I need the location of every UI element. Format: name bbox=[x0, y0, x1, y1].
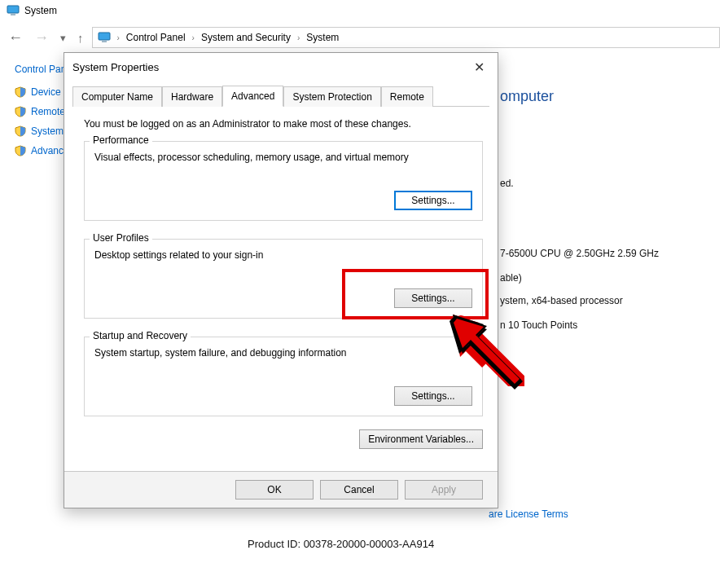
info-text: ystem, x64-based processor bbox=[500, 295, 623, 306]
group-label: Startup and Recovery bbox=[90, 330, 191, 341]
shield-icon bbox=[15, 125, 26, 137]
group-label: User Profiles bbox=[90, 232, 152, 244]
group-performance: Performance Visual effects, processor sc… bbox=[84, 141, 483, 221]
svg-rect-1 bbox=[11, 14, 15, 15]
system-properties-dialog: System Properties ✕ Computer Name Hardwa… bbox=[64, 52, 498, 508]
svg-rect-3 bbox=[102, 41, 107, 42]
performance-settings-button[interactable]: Settings... bbox=[394, 191, 472, 210]
shield-icon bbox=[15, 86, 26, 98]
tabstrip: Computer Name Hardware Advanced System P… bbox=[72, 85, 489, 107]
monitor-icon bbox=[7, 5, 20, 16]
tab-advanced[interactable]: Advanced bbox=[222, 86, 283, 107]
monitor-icon bbox=[98, 32, 111, 43]
chevron-right-icon: › bbox=[117, 33, 120, 42]
group-desc: Desktop settings related to your sign-in bbox=[94, 249, 472, 261]
tab-system-protection[interactable]: System Protection bbox=[283, 86, 380, 107]
address-bar[interactable]: › Control Panel › System and Security › … bbox=[92, 27, 721, 48]
back-icon[interactable]: ← bbox=[8, 29, 23, 46]
dialog-footer: OK Cancel Apply bbox=[64, 471, 498, 508]
info-text: able) bbox=[500, 272, 522, 284]
admin-note: You must be logged on as an Administrato… bbox=[84, 118, 483, 130]
forward-icon[interactable]: → bbox=[34, 29, 49, 46]
chevron-right-icon: › bbox=[297, 33, 300, 42]
dialog-body: You must be logged on as an Administrato… bbox=[64, 107, 498, 471]
shield-icon bbox=[15, 145, 26, 156]
navbar: ← → ▾ ↑ › Control Panel › System and Sec… bbox=[0, 21, 728, 54]
breadcrumb[interactable]: Control Panel bbox=[126, 32, 186, 43]
page-title-suffix: omputer bbox=[500, 88, 554, 105]
svg-rect-2 bbox=[99, 33, 110, 40]
environment-variables-button[interactable]: Environment Variables... bbox=[359, 429, 483, 449]
nav-arrows: ← → ▾ ↑ bbox=[8, 29, 84, 46]
group-startup-recovery: Startup and Recovery System startup, sys… bbox=[84, 337, 483, 416]
dialog-title: System Properties bbox=[72, 61, 159, 73]
svg-rect-0 bbox=[7, 6, 19, 13]
tab-remote[interactable]: Remote bbox=[381, 86, 433, 107]
group-desc: System startup, system failure, and debu… bbox=[94, 347, 472, 359]
breadcrumb[interactable]: System and Security bbox=[201, 32, 291, 43]
close-icon[interactable]: ✕ bbox=[469, 59, 489, 75]
info-text: ed. bbox=[500, 178, 514, 189]
dialog-titlebar: System Properties ✕ bbox=[64, 53, 498, 77]
apply-button[interactable]: Apply bbox=[405, 480, 483, 500]
info-text: n 10 Touch Points bbox=[500, 319, 577, 331]
window-title: System bbox=[24, 5, 57, 16]
breadcrumb[interactable]: System bbox=[306, 32, 339, 43]
up-icon[interactable]: ↑ bbox=[77, 31, 84, 45]
license-link[interactable]: are License Terms bbox=[489, 508, 568, 520]
info-text: 7-6500U CPU @ 2.50GHz 2.59 GHz bbox=[500, 248, 659, 259]
user-profiles-settings-button[interactable]: Settings... bbox=[394, 288, 472, 308]
cancel-button[interactable]: Cancel bbox=[320, 480, 398, 500]
chevron-right-icon: › bbox=[192, 33, 195, 42]
product-id: Product ID: 00378-20000-00003-AA914 bbox=[248, 538, 434, 550]
history-dropdown-icon[interactable]: ▾ bbox=[60, 32, 66, 44]
tab-hardware[interactable]: Hardware bbox=[162, 86, 222, 107]
group-user-profiles: User Profiles Desktop settings related t… bbox=[84, 239, 483, 319]
shield-icon bbox=[15, 106, 26, 117]
window-titlebar: System bbox=[0, 0, 728, 21]
startup-settings-button[interactable]: Settings... bbox=[394, 386, 472, 406]
ok-button[interactable]: OK bbox=[235, 480, 314, 500]
group-desc: Visual effects, processor scheduling, me… bbox=[94, 152, 472, 163]
group-label: Performance bbox=[90, 134, 152, 146]
tab-computer-name[interactable]: Computer Name bbox=[72, 86, 162, 107]
